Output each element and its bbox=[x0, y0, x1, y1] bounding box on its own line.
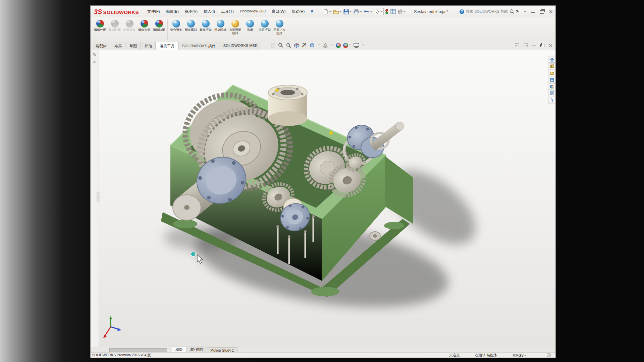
document-bottom-tabs: 模型 3D 视图 Motion Study 1 bbox=[91, 347, 555, 353]
bearing-housing bbox=[268, 85, 307, 126]
solidworks-forum-icon[interactable] bbox=[549, 97, 555, 103]
search-box[interactable]: ? 搜索 SOLIDWORKS 帮助 bbox=[460, 9, 519, 14]
ribbon-button-label: 编辑布景 bbox=[137, 28, 152, 32]
ribbon-options-button[interactable]: 选项 bbox=[243, 18, 257, 32]
ribbon-render-region-button[interactable]: 渲染区域 bbox=[213, 18, 228, 32]
panel-pin-icon[interactable] bbox=[92, 52, 97, 57]
ribbon-button-label: 布景照明校样 bbox=[228, 28, 243, 35]
doc-restore-button[interactable] bbox=[540, 44, 544, 47]
rebuild-button[interactable] bbox=[384, 8, 389, 15]
section-view-icon[interactable] bbox=[294, 43, 299, 48]
hide-show-items-icon[interactable] bbox=[336, 43, 341, 48]
close-button[interactable] bbox=[549, 10, 553, 13]
graphics-viewport[interactable] bbox=[91, 50, 555, 347]
menu-help[interactable]: 帮助(H) bbox=[288, 8, 308, 15]
view-settings-caret[interactable] bbox=[362, 45, 364, 47]
menu-view[interactable]: 视图(V) bbox=[182, 8, 201, 15]
undo-button[interactable] bbox=[363, 8, 373, 15]
tab-model[interactable]: 模型 bbox=[172, 347, 186, 353]
apply-scene-icon[interactable] bbox=[343, 43, 351, 48]
ribbon-schedule-render-button[interactable]: 排定渲染 bbox=[257, 18, 272, 32]
pin-menu-icon[interactable] bbox=[310, 9, 315, 14]
tab-solidworks-addins[interactable]: SOLIDWORKS 插件 bbox=[178, 42, 219, 50]
appearances-scenes-decals-icon[interactable] bbox=[549, 83, 555, 89]
panel-splitter-handle[interactable] bbox=[97, 192, 100, 202]
ribbon-edit-scene-button[interactable]: 编辑布景 bbox=[137, 18, 152, 32]
menu-photoview-360[interactable]: PhotoView 360 bbox=[237, 8, 269, 15]
ribbon-preview-window-button[interactable]: 预览窗口 bbox=[183, 18, 198, 32]
ribbon-recall-last-render-button[interactable]: 召回上次渲染 bbox=[272, 18, 287, 35]
tab-evaluate[interactable]: 评估 bbox=[141, 42, 156, 50]
gearbox-model[interactable] bbox=[91, 50, 555, 347]
tab-render-tools[interactable]: 渲染工具 bbox=[156, 42, 178, 50]
window-controls: ? bbox=[516, 9, 553, 14]
appearance-ball-icon bbox=[96, 20, 104, 27]
custom-properties-icon[interactable] bbox=[549, 90, 555, 96]
doc-close-button[interactable] bbox=[549, 44, 552, 47]
decal-ball-icon bbox=[155, 20, 163, 27]
search-icon[interactable] bbox=[509, 9, 515, 14]
brand-name: SOLIDWORKS bbox=[103, 9, 139, 15]
search-placeholder[interactable]: 搜索 SOLIDWORKS 帮助 bbox=[466, 9, 508, 14]
ribbon-scene-illumination-proof-button[interactable]: 布景照明校样 bbox=[228, 18, 243, 35]
ribbon-edit-decal-button[interactable]: 编辑贴图 bbox=[152, 18, 166, 32]
help-caret[interactable] bbox=[524, 11, 526, 13]
units-caret bbox=[524, 355, 526, 357]
display-style-caret[interactable] bbox=[331, 45, 333, 47]
view-orientation-icon[interactable] bbox=[309, 43, 315, 48]
doc-minimize-button[interactable] bbox=[532, 46, 536, 46]
task-pane-strip bbox=[548, 56, 555, 104]
file-properties-button[interactable] bbox=[390, 8, 396, 15]
select-button[interactable] bbox=[374, 8, 384, 15]
ribbon-final-render-button[interactable]: 最终渲染 bbox=[198, 18, 213, 32]
tab-3d-views[interactable]: 3D 视图 bbox=[186, 347, 206, 353]
menu-edit[interactable]: 编辑(E) bbox=[163, 8, 182, 15]
solidworks-window: 3S SOLIDWORKS 文件(F) 编辑(E) 视图(V) 插入(I) 工具… bbox=[91, 6, 555, 357]
status-bar: SOLIDWORKS Premium 2016 x64 版 欠定义 在编辑 装配… bbox=[91, 352, 555, 358]
view-settings-icon[interactable] bbox=[354, 43, 359, 48]
command-tab-row: 装配体 布局 草图 评估 渲染工具 SOLIDWORKS 插件 SOLIDWOR… bbox=[91, 42, 555, 50]
render-options-icon bbox=[246, 20, 254, 27]
restore-button[interactable] bbox=[540, 10, 544, 14]
menu-file[interactable]: 文件(F) bbox=[144, 8, 163, 15]
ribbon-button-label: 预览窗口 bbox=[183, 28, 198, 32]
file-explorer-icon[interactable] bbox=[549, 70, 555, 76]
solidworks-resources-icon[interactable] bbox=[549, 57, 555, 63]
tab-scroll-area[interactable] bbox=[109, 348, 167, 352]
design-library-icon[interactable] bbox=[549, 63, 555, 69]
units-label: MMGS bbox=[513, 353, 524, 357]
units-selector[interactable]: MMGS bbox=[513, 353, 527, 357]
new-document-button[interactable] bbox=[322, 8, 332, 15]
tab-assembly[interactable]: 装配体 bbox=[92, 42, 110, 50]
status-sphere-icon[interactable] bbox=[547, 353, 551, 357]
ribbon-button-label: 渲染区域 bbox=[213, 28, 228, 32]
menu-insert[interactable]: 插入(I) bbox=[201, 8, 218, 15]
measure-icon[interactable] bbox=[302, 43, 307, 48]
menu-tools[interactable]: 工具(T) bbox=[218, 8, 237, 15]
save-button[interactable] bbox=[343, 8, 353, 15]
tab-sketch[interactable]: 草图 bbox=[126, 42, 141, 50]
open-button[interactable] bbox=[332, 8, 342, 15]
zoom-fit-icon[interactable] bbox=[271, 43, 276, 48]
view-palette-icon[interactable] bbox=[549, 77, 555, 83]
display-style-icon[interactable] bbox=[323, 43, 328, 48]
minimize-button[interactable] bbox=[531, 12, 535, 13]
zoom-area-icon[interactable] bbox=[278, 43, 283, 48]
view-orientation-caret[interactable] bbox=[318, 45, 320, 47]
ribbon-edit-appearance-button[interactable]: 编辑外观 bbox=[93, 18, 107, 32]
ribbon-button-label: 召回上次渲染 bbox=[272, 28, 287, 35]
tab-layout[interactable]: 布局 bbox=[111, 42, 125, 50]
tab-motion-study-1[interactable]: Motion Study 1 bbox=[207, 347, 237, 353]
previous-view-icon[interactable] bbox=[286, 43, 291, 48]
panel-zigzag-icon[interactable] bbox=[92, 60, 97, 64]
ribbon-button-label: 编辑外观 bbox=[93, 28, 107, 32]
help-button[interactable]: ? bbox=[516, 9, 518, 14]
menu-window[interactable]: 窗口(W) bbox=[269, 8, 289, 15]
viewport-pane-icon[interactable] bbox=[515, 43, 519, 47]
print-button[interactable] bbox=[353, 8, 363, 15]
constraint-status-label: 欠定义 bbox=[449, 353, 460, 358]
product-version-label: SOLIDWORKS Premium 2016 x64 版 bbox=[91, 353, 449, 358]
viewport-split-icon[interactable] bbox=[524, 43, 528, 47]
ribbon-integrated-preview-button[interactable]: 整合预览 bbox=[169, 18, 183, 32]
tab-solidworks-mbd[interactable]: SOLIDWORKS MBD bbox=[220, 42, 261, 50]
